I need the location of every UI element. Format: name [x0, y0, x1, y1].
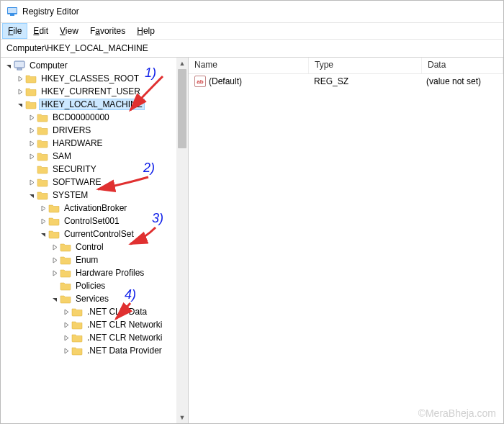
tree-item[interactable]: HKEY_LOCAL_MACHINE — [1, 98, 176, 111]
tree-item-label: BCD00000000 — [50, 112, 112, 122]
column-header-data[interactable]: Data — [422, 58, 503, 73]
tree-item[interactable]: HKEY_CLASSES_ROOT — [1, 72, 176, 85]
folder-icon — [37, 190, 48, 200]
tree-item[interactable]: BCD00000000 — [1, 111, 176, 124]
tree-item[interactable]: Control — [1, 240, 176, 253]
tree-item-label: SECURITY — [50, 164, 99, 174]
chevron-right-icon[interactable] — [38, 203, 48, 213]
tree-item-label: Control — [73, 242, 106, 252]
value-type: REG_SZ — [308, 76, 420, 86]
tree-item-label: .NET CLR Networki — [85, 333, 164, 343]
chevron-down-icon[interactable] — [50, 294, 60, 304]
tree-item[interactable]: SAM — [1, 150, 176, 163]
chevron-right-icon[interactable] — [50, 242, 60, 252]
tree-item-label: Hardware Profiles — [73, 268, 146, 278]
scroll-down-arrow-icon[interactable]: ▼ — [176, 412, 188, 423]
folder-icon — [25, 86, 37, 96]
chevron-right-icon[interactable] — [61, 333, 71, 343]
tree-item[interactable]: ActivationBroker — [1, 202, 176, 215]
scroll-track[interactable] — [176, 69, 188, 412]
value-data: (value not set) — [420, 76, 503, 86]
chevron-down-icon[interactable] — [15, 99, 25, 109]
tree-item[interactable]: ControlSet001 — [1, 215, 176, 227]
chevron-right-icon[interactable] — [15, 73, 25, 84]
menu-file[interactable]: File — [2, 23, 27, 39]
tree-item[interactable]: .NET Data Provider — [1, 344, 176, 357]
tree-item-label: CurrentControlSet — [62, 229, 136, 239]
address-input[interactable] — [5, 42, 499, 54]
expander-none — [50, 281, 60, 291]
tree-scrollbar[interactable]: ▲ ▼ — [176, 58, 188, 423]
tree-item[interactable]: .NET CLR Data — [1, 305, 176, 318]
menubar: FileEditViewFavoritesHelp — [1, 23, 503, 39]
folder-icon — [25, 99, 37, 109]
content-area: ComputerHKEY_CLASSES_ROOTHKEY_CURRENT_US… — [1, 58, 503, 423]
list-body[interactable]: ab(Default)REG_SZ(value not set) — [189, 74, 503, 423]
menu-label: File — [8, 26, 22, 36]
tree-item[interactable]: HARDWARE — [1, 137, 176, 150]
tree-item[interactable]: .NET CLR Networki — [1, 318, 176, 331]
folder-icon — [60, 268, 71, 278]
chevron-right-icon[interactable] — [61, 346, 71, 356]
menu-help[interactable]: Help — [131, 23, 161, 39]
chevron-down-icon[interactable] — [38, 229, 48, 239]
folder-icon — [60, 255, 71, 265]
tree-item-label: HKEY_CLASSES_ROOT — [39, 73, 141, 84]
chevron-right-icon[interactable] — [61, 307, 71, 317]
tree-pane: ComputerHKEY_CLASSES_ROOTHKEY_CURRENT_US… — [1, 58, 189, 423]
menu-label: Edit — [33, 26, 48, 36]
tree-item-label: SYSTEM — [50, 190, 90, 200]
svg-rect-1 — [8, 8, 17, 13]
tree-item[interactable]: Services — [1, 292, 176, 305]
tree-item[interactable]: Computer — [1, 59, 176, 72]
chevron-right-icon[interactable] — [27, 151, 37, 161]
tree-item[interactable]: SOFTWARE — [1, 176, 176, 189]
menu-edit[interactable]: Edit — [27, 23, 54, 39]
column-header-name[interactable]: Name — [189, 58, 309, 73]
chevron-right-icon[interactable] — [38, 216, 48, 226]
tree-item[interactable]: Hardware Profiles — [1, 266, 176, 279]
scroll-up-arrow-icon[interactable]: ▲ — [176, 58, 188, 69]
chevron-right-icon[interactable] — [27, 138, 37, 148]
app-icon — [6, 6, 18, 17]
window-title: Registry Editor — [22, 6, 79, 17]
tree-item-label: SOFTWARE — [50, 177, 104, 187]
expander-none — [27, 164, 37, 174]
chevron-down-icon[interactable] — [4, 60, 14, 71]
tree-item-label: HKEY_LOCAL_MACHINE — [39, 99, 145, 110]
list-row[interactable]: ab(Default)REG_SZ(value not set) — [189, 74, 503, 89]
column-header-type[interactable]: Type — [309, 58, 422, 73]
tree-item[interactable]: Policies — [1, 279, 176, 292]
chevron-right-icon[interactable] — [15, 86, 25, 96]
chevron-down-icon[interactable] — [27, 190, 37, 200]
folder-icon — [71, 346, 83, 356]
tree-view[interactable]: ComputerHKEY_CLASSES_ROOTHKEY_CURRENT_US… — [1, 58, 176, 423]
registry-editor-window: Registry Editor FileEditViewFavoritesHel… — [0, 0, 504, 424]
chevron-right-icon[interactable] — [61, 320, 71, 330]
menu-favorites[interactable]: Favorites — [84, 23, 131, 39]
string-value-icon: ab — [194, 76, 206, 87]
tree-item[interactable]: HKEY_CURRENT_USER — [1, 85, 176, 98]
svg-rect-4 — [17, 68, 22, 70]
chevron-right-icon[interactable] — [27, 125, 37, 135]
scroll-thumb[interactable] — [178, 69, 186, 148]
menu-view[interactable]: View — [54, 23, 84, 39]
chevron-right-icon[interactable] — [27, 112, 37, 122]
tree-item-label: .NET CLR Networki — [85, 320, 164, 330]
tree-item[interactable]: CurrentControlSet — [1, 227, 176, 240]
folder-icon — [60, 242, 71, 252]
chevron-right-icon[interactable] — [27, 177, 37, 187]
folder-icon — [60, 294, 71, 304]
menu-label: View — [60, 26, 78, 36]
chevron-right-icon[interactable] — [50, 255, 60, 265]
tree-item-label: ActivationBroker — [62, 203, 129, 213]
tree-item[interactable]: .NET CLR Networki — [1, 331, 176, 344]
chevron-right-icon[interactable] — [50, 268, 60, 278]
tree-item[interactable]: SECURITY — [1, 163, 176, 176]
tree-item-label: DRIVERS — [50, 125, 93, 135]
tree-item[interactable]: Enum — [1, 253, 176, 266]
tree-item[interactable]: DRIVERS — [1, 124, 176, 137]
folder-icon — [71, 333, 83, 343]
addressbar[interactable] — [1, 39, 503, 58]
tree-item[interactable]: SYSTEM — [1, 189, 176, 202]
